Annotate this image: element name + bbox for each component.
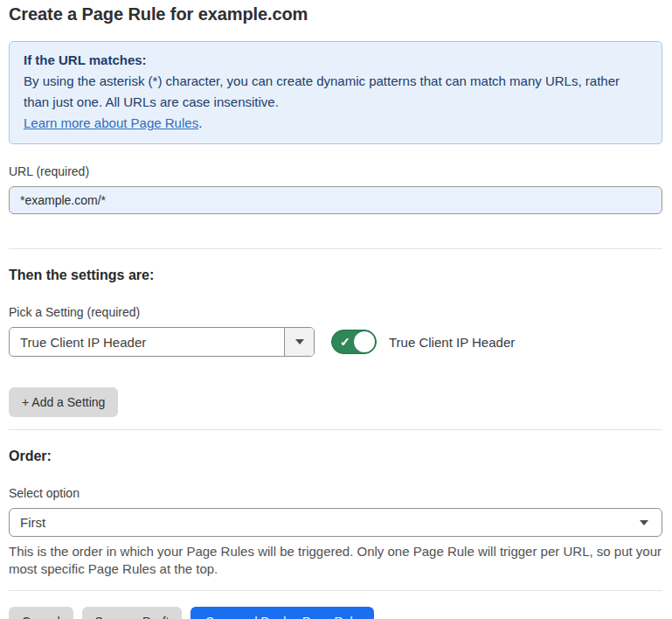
settings-heading: Then the settings are: bbox=[9, 268, 662, 283]
divider bbox=[9, 590, 662, 591]
chevron-down-icon bbox=[295, 339, 304, 344]
divider bbox=[9, 429, 662, 430]
setting-select-value: True Client IP Header bbox=[10, 328, 284, 356]
info-box-heading: If the URL matches: bbox=[24, 50, 648, 71]
add-setting-button[interactable]: + Add a Setting bbox=[9, 387, 118, 417]
setting-row: True Client IP Header ✓ True Client IP H… bbox=[9, 327, 662, 357]
setting-select[interactable]: True Client IP Header bbox=[9, 327, 315, 357]
link-period: . bbox=[198, 115, 202, 130]
learn-more-link[interactable]: Learn more about Page Rules bbox=[24, 115, 198, 130]
url-match-info-box: If the URL matches: By using the asteris… bbox=[9, 41, 662, 144]
order-heading: Order: bbox=[9, 449, 662, 464]
url-input[interactable] bbox=[9, 186, 662, 214]
select-option-label: Select option bbox=[9, 486, 662, 500]
pick-setting-label: Pick a Setting (required) bbox=[9, 305, 662, 319]
divider bbox=[9, 248, 662, 249]
url-label: URL (required) bbox=[9, 164, 662, 178]
check-icon: ✓ bbox=[340, 336, 350, 348]
info-box-body: By using the asterisk (*) character, you… bbox=[24, 71, 648, 113]
chevron-down-icon bbox=[640, 520, 648, 525]
setting-select-arrow-button[interactable] bbox=[284, 328, 314, 356]
page-title: Create a Page Rule for example.com bbox=[9, 4, 662, 24]
toggle-knob bbox=[354, 331, 375, 352]
info-box-link-line: Learn more about Page Rules. bbox=[24, 113, 648, 134]
order-select[interactable]: First bbox=[9, 508, 662, 537]
setting-toggle[interactable]: ✓ bbox=[331, 330, 377, 354]
cancel-button[interactable]: Cancel bbox=[9, 607, 73, 619]
setting-toggle-group: ✓ True Client IP Header bbox=[331, 330, 515, 354]
save-draft-button[interactable]: Save as Draft bbox=[82, 607, 183, 619]
setting-toggle-label: True Client IP Header bbox=[389, 335, 515, 350]
order-help-text: This is the order in which your Page Rul… bbox=[9, 543, 662, 578]
footer-actions: Cancel Save as Draft Save and Deploy Pag… bbox=[9, 607, 662, 619]
order-select-value: First bbox=[10, 515, 640, 530]
save-deploy-button[interactable]: Save and Deploy Page Rule bbox=[191, 607, 374, 619]
